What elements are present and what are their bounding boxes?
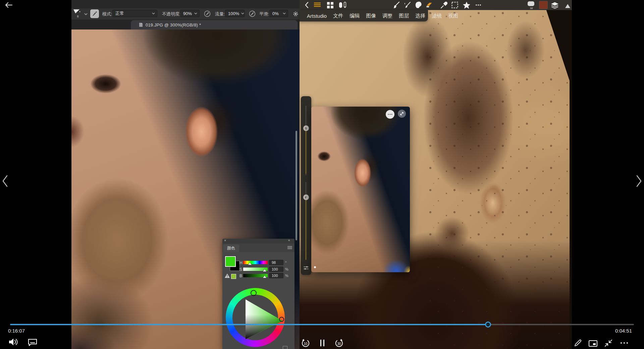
hue-value-field[interactable]: 98 — [269, 260, 283, 265]
back-button[interactable] — [5, 2, 13, 8]
timeline-playhead[interactable] — [485, 322, 491, 328]
subtitles-button[interactable] — [28, 338, 38, 346]
smoothing-dropdown[interactable]: 0% — [269, 10, 288, 17]
skip-back-10-button[interactable]: 10 — [301, 339, 311, 348]
pressure-opacity-icon[interactable] — [204, 10, 211, 17]
brush-preset-chevron-icon[interactable] — [84, 13, 88, 15]
reference-resize-button[interactable] — [398, 110, 406, 118]
ellipsis-icon — [388, 114, 392, 115]
next-video-button[interactable] — [636, 175, 642, 187]
hue-slider-marker[interactable] — [248, 263, 252, 265]
previous-video-button[interactable] — [2, 175, 8, 187]
mode-value: 正常 — [115, 10, 124, 16]
reference-options-button[interactable] — [386, 110, 394, 119]
video-player-frame: 8 模式: 正常 不透明度: 90% 流量: — [0, 0, 644, 349]
hue-value: 98 — [272, 260, 276, 265]
exit-fullscreen-button[interactable] — [604, 339, 613, 347]
hue-row: H 98 ° — [222, 260, 294, 266]
airbrush-icon[interactable] — [249, 10, 256, 17]
favorites-button[interactable] — [463, 1, 470, 9]
menu-view[interactable]: 视图 — [448, 13, 458, 19]
eyedropper-icon — [440, 2, 447, 9]
menu-select[interactable]: 选择 — [415, 13, 425, 19]
volume-button[interactable] — [8, 337, 19, 347]
reference-image-window[interactable] — [311, 107, 410, 272]
brightness-value-field[interactable]: 100 — [269, 273, 283, 278]
document-tab[interactable]: 019.JPG @ 300%(RGB/8) * — [131, 20, 298, 30]
vertical-scrollbar[interactable] — [296, 131, 297, 240]
menu-layer[interactable]: 图层 — [399, 13, 409, 19]
current-time: 0:16:07 — [8, 328, 25, 334]
collapse-panel-button[interactable] — [564, 2, 571, 10]
eyedropper-tool-button[interactable] — [440, 1, 447, 9]
speaker-icon — [8, 338, 18, 346]
menu-image[interactable]: 图像 — [366, 13, 376, 19]
opacity-dropdown[interactable]: 90% — [180, 10, 200, 17]
current-color-swatch[interactable] — [539, 1, 548, 9]
wet-paint-tool-button[interactable] — [404, 1, 411, 9]
panel-menu-icon[interactable] — [287, 246, 292, 249]
layers-button[interactable] — [551, 2, 558, 9]
skip-forward-label: 30 — [334, 342, 344, 346]
eraser-tool-button-active[interactable] — [426, 1, 433, 9]
brush-size-badge: 8 — [73, 15, 83, 18]
flow-dropdown[interactable]: 100% — [225, 10, 245, 17]
panel-resize-icon[interactable] — [283, 346, 287, 349]
selection-tool-button[interactable] — [451, 1, 459, 9]
saturation-label: S — [239, 267, 242, 272]
pause-button[interactable] — [319, 339, 325, 347]
timeline-track[interactable] — [10, 324, 634, 325]
sv-selection-marker[interactable] — [279, 317, 284, 322]
menu-file[interactable]: 文件 — [333, 13, 343, 19]
smoothing-value: 0% — [272, 11, 279, 16]
color-tab-label: 颜色 — [227, 245, 235, 251]
more-tools-button[interactable] — [475, 1, 482, 9]
star-icon — [463, 2, 470, 9]
triangle-up-icon — [565, 4, 570, 8]
main-menu-button[interactable] — [314, 1, 321, 9]
annotate-button[interactable] — [574, 339, 582, 347]
menu-edit[interactable]: 编辑 — [350, 13, 360, 19]
mode-dropdown[interactable]: 正常 — [112, 10, 157, 17]
resize-arrows-icon — [400, 112, 404, 116]
collapse-panel-icon[interactable]: « — [288, 238, 290, 242]
color-panel-header: × « — [222, 239, 294, 243]
skip-forward-30-button[interactable]: 30 — [334, 339, 344, 348]
gear-icon[interactable] — [293, 11, 299, 17]
menu-adjust[interactable]: 调整 — [382, 13, 392, 19]
reference-corner-handle[interactable] — [314, 266, 316, 268]
subtitles-icon — [28, 339, 37, 346]
more-options-button[interactable] — [620, 342, 629, 344]
color-wheel[interactable] — [226, 288, 285, 347]
photoshop-top-strip — [71, 0, 300, 9]
brightness-value: 100 — [272, 274, 278, 278]
saturation-slider-marker[interactable] — [263, 269, 266, 272]
size-slider-handle[interactable]: S — [303, 125, 309, 131]
back-chevron-button[interactable] — [303, 1, 310, 9]
opacity-label: 不透明度: — [162, 11, 181, 17]
menu-artstudio[interactable]: Artstudio — [307, 13, 327, 19]
brush-size-indicator[interactable]: 38 — [528, 1, 535, 9]
miniplayer-button[interactable] — [588, 340, 598, 347]
chevron-down-icon — [194, 12, 197, 14]
brush-preset-preview[interactable]: 8 — [73, 9, 83, 19]
shrink-arrows-icon — [604, 339, 612, 347]
brush-slider-panel: S F — [301, 96, 311, 275]
close-icon[interactable]: × — [224, 238, 226, 242]
menu-filter[interactable]: 滤镜 — [432, 13, 442, 19]
saturation-value-field[interactable]: 100 — [269, 267, 283, 272]
tab-color[interactable]: 颜色 — [223, 244, 239, 252]
hue-ring-marker[interactable] — [251, 290, 257, 296]
tools-button[interactable] — [339, 1, 346, 9]
artstudio-brush-size-badge: 38 — [528, 7, 535, 10]
opacity-value: 90% — [183, 11, 192, 16]
paint-tool-button[interactable] — [392, 1, 400, 9]
smudge-tool-button[interactable] — [415, 1, 422, 9]
canvas-right-edge — [570, 9, 572, 349]
flow-slider-handle[interactable]: F — [303, 194, 309, 200]
slider-settings-icon[interactable] — [304, 266, 309, 270]
hue-slider[interactable] — [243, 261, 268, 264]
gallery-button[interactable] — [326, 1, 334, 9]
brightness-slider-marker[interactable] — [263, 276, 266, 278]
brush-panel-toggle[interactable] — [90, 9, 99, 18]
